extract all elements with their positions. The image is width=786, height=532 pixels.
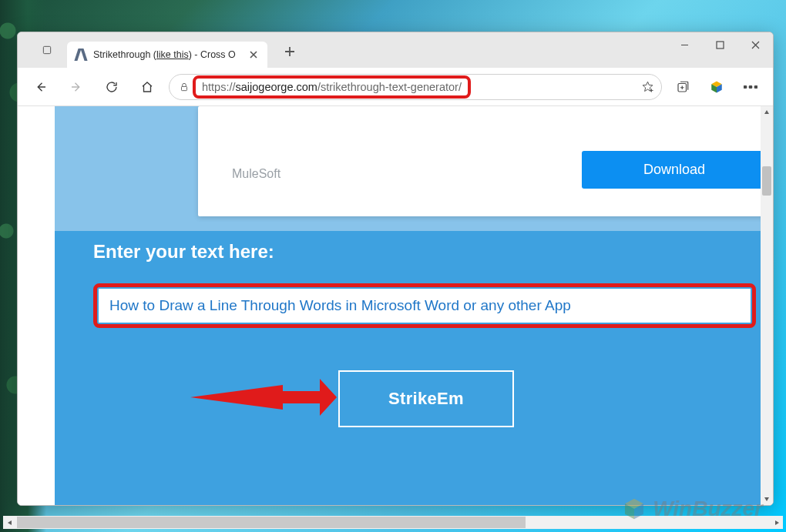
svg-rect-2 [182, 86, 187, 90]
annotation-arrow [190, 374, 337, 420]
extension-icon[interactable] [704, 74, 730, 100]
more-button[interactable] [737, 74, 764, 100]
refresh-button[interactable] [98, 73, 126, 101]
svg-rect-0 [43, 46, 50, 53]
home-button[interactable] [133, 73, 161, 101]
browser-tab[interactable]: Strikethrough (like this) - Cross O [67, 42, 267, 68]
viewport: MuleSoft Download Enter your text here: … [18, 106, 773, 505]
svg-point-7 [744, 85, 746, 88]
scroll-up-button[interactable] [761, 106, 773, 119]
tab-title: Strikethrough (like this) - Cross O [93, 49, 241, 60]
scroll-left-button[interactable] [3, 516, 16, 529]
ad-download-button[interactable]: Download [582, 151, 761, 189]
lock-icon [177, 80, 191, 94]
browser-window: Strikethrough (like this) - Cross O [17, 32, 774, 506]
close-window-button[interactable] [737, 32, 773, 57]
svg-marker-10 [190, 379, 337, 416]
ad-box: MuleSoft Download [198, 106, 761, 216]
vertical-scrollbar[interactable] [761, 106, 773, 505]
svg-marker-14 [775, 520, 779, 525]
enter-text-label: Enter your text here: [93, 241, 274, 263]
favorite-button[interactable] [638, 78, 657, 96]
title-bar: Strikethrough (like this) - Cross O [18, 32, 773, 68]
address-bar[interactable]: https://saijogeorge.com/strikethrough-te… [169, 74, 662, 100]
svg-marker-13 [8, 520, 12, 525]
svg-point-8 [749, 85, 751, 88]
collections-button[interactable] [670, 74, 696, 100]
toolbar: https://saijogeorge.com/strikethrough-te… [18, 68, 773, 106]
watermark-cube-icon [620, 497, 648, 521]
page-content: MuleSoft Download Enter your text here: … [18, 106, 761, 505]
svg-marker-12 [764, 497, 769, 501]
watermark: WinBuzzer [620, 497, 763, 521]
input-highlight-annotation: How to Draw a Line Through Words in Micr… [93, 283, 756, 328]
ad-brand: MuleSoft [232, 167, 280, 181]
close-tab-button[interactable] [247, 49, 260, 61]
strikeem-button[interactable]: StrikeEm [338, 370, 514, 427]
window-controls [667, 32, 773, 57]
back-button[interactable] [27, 73, 55, 101]
tab-favicon [75, 49, 87, 61]
svg-point-9 [754, 85, 757, 88]
text-input-value: How to Draw a Line Through Words in Micr… [109, 297, 571, 314]
url-highlight-annotation: https://saijogeorge.com/strikethrough-te… [193, 75, 471, 99]
svg-marker-11 [764, 110, 769, 114]
minimize-button[interactable] [667, 32, 702, 57]
svg-rect-1 [717, 42, 724, 49]
forward-button[interactable] [62, 73, 90, 101]
watermark-text: WinBuzzer [653, 497, 763, 521]
url-text: https://saijogeorge.com/strikethrough-te… [202, 81, 462, 93]
page-margin [18, 106, 55, 505]
vertical-scroll-thumb[interactable] [762, 166, 771, 196]
scroll-right-button[interactable] [770, 516, 783, 529]
new-tab-button[interactable] [278, 40, 301, 63]
text-input[interactable]: How to Draw a Line Through Words in Micr… [99, 289, 751, 323]
maximize-button[interactable] [702, 32, 737, 57]
tab-actions-button[interactable] [30, 38, 64, 62]
horizontal-scroll-thumb[interactable] [17, 517, 526, 528]
page-body: MuleSoft Download Enter your text here: … [55, 106, 761, 505]
